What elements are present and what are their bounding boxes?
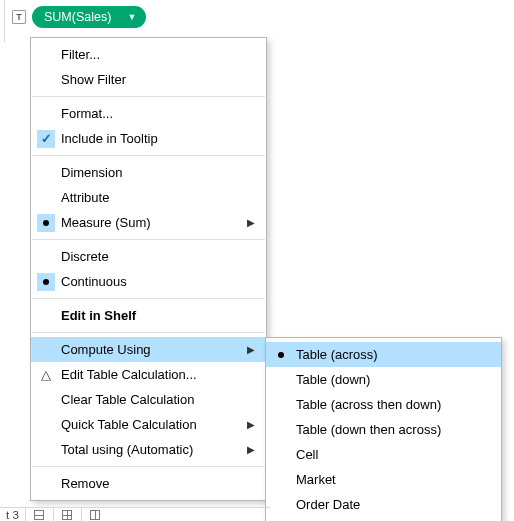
menu-item-continuous[interactable]: Continuous: [31, 269, 266, 294]
worksheet-tabs-strip: t 3: [0, 507, 270, 521]
new-dashboard-button[interactable]: [53, 508, 81, 522]
sheet-tab-label[interactable]: t 3: [0, 509, 25, 521]
menu-item-measure[interactable]: Measure (Sum) ▶: [31, 210, 266, 235]
menu-separator: [32, 298, 265, 299]
submenu-item-cell[interactable]: Cell: [266, 442, 501, 467]
menu-item-clear-table-calculation[interactable]: Clear Table Calculation: [31, 387, 266, 412]
delta-icon: △: [41, 367, 51, 382]
submenu-item-table-down[interactable]: Table (down): [266, 367, 501, 392]
menu-item-include-in-tooltip[interactable]: ✓ Include in Tooltip: [31, 126, 266, 151]
submenu-item-market[interactable]: Market: [266, 467, 501, 492]
dropdown-caret-icon: ▼: [127, 12, 136, 22]
check-icon: ✓: [37, 130, 55, 148]
submenu-arrow-icon: ▶: [244, 217, 258, 228]
radio-dot-icon: [37, 273, 55, 291]
shelf-row: T SUM(Sales) ▼: [12, 6, 146, 28]
text-mark-badge: T: [12, 10, 26, 24]
menu-item-remove[interactable]: Remove: [31, 471, 266, 496]
submenu-arrow-icon: ▶: [244, 419, 258, 430]
dashboard-icon: [62, 510, 72, 520]
vertical-divider: [4, 0, 5, 42]
submenu-item-table-across-then-down[interactable]: Table (across then down): [266, 392, 501, 417]
field-pill-label: SUM(Sales): [44, 10, 111, 24]
new-worksheet-button[interactable]: [25, 508, 53, 522]
submenu-item-order-date[interactable]: Order Date: [266, 492, 501, 517]
compute-using-submenu: Table (across) Table (down) Table (acros…: [265, 337, 502, 521]
submenu-item-table-across[interactable]: Table (across): [266, 342, 501, 367]
worksheet-icon: [34, 510, 44, 520]
menu-separator: [32, 96, 265, 97]
menu-item-dimension[interactable]: Dimension: [31, 160, 266, 185]
menu-item-format[interactable]: Format...: [31, 101, 266, 126]
radio-dot-icon: [37, 214, 55, 232]
new-story-button[interactable]: [81, 508, 109, 522]
menu-separator: [32, 466, 265, 467]
submenu-item-table-down-then-across[interactable]: Table (down then across): [266, 417, 501, 442]
submenu-arrow-icon: ▶: [244, 344, 258, 355]
menu-item-quick-table-calculation[interactable]: Quick Table Calculation ▶: [31, 412, 266, 437]
menu-separator: [32, 332, 265, 333]
field-pill-sum-sales[interactable]: SUM(Sales) ▼: [32, 6, 146, 28]
menu-item-show-filter[interactable]: Show Filter: [31, 67, 266, 92]
menu-separator: [32, 155, 265, 156]
menu-item-total-using[interactable]: Total using (Automatic) ▶: [31, 437, 266, 462]
story-icon: [90, 510, 100, 520]
menu-item-filter[interactable]: Filter...: [31, 42, 266, 67]
menu-item-attribute[interactable]: Attribute: [31, 185, 266, 210]
menu-item-edit-table-calculation[interactable]: △ Edit Table Calculation...: [31, 362, 266, 387]
field-context-menu: Filter... Show Filter Format... ✓ Includ…: [30, 37, 267, 501]
menu-item-edit-in-shelf[interactable]: Edit in Shelf: [31, 303, 266, 328]
menu-item-discrete[interactable]: Discrete: [31, 244, 266, 269]
menu-item-compute-using[interactable]: Compute Using ▶: [31, 337, 266, 362]
submenu-arrow-icon: ▶: [244, 444, 258, 455]
menu-separator: [32, 239, 265, 240]
radio-dot-icon: [278, 352, 284, 358]
